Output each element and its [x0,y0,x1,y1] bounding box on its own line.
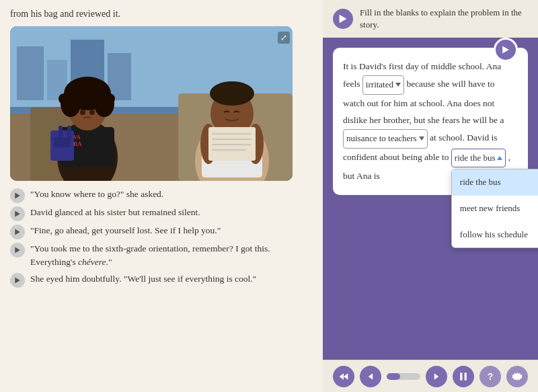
audio-btn-1[interactable] [10,188,25,203]
svg-rect-5 [108,53,131,100]
svg-rect-25 [59,126,63,139]
svg-point-19 [80,110,85,115]
dropdown-irritated-arrow [395,83,401,87]
svg-rect-51 [460,373,462,380]
dropdown-irritated[interactable]: irritated [362,75,404,95]
audio-btn-5[interactable] [10,273,25,288]
svg-marker-45 [340,15,347,24]
dropdown-ride-bus[interactable]: ride the bus [451,149,506,168]
dropdown-option-ride-bus[interactable]: ride the bus [452,169,538,196]
svg-marker-41 [15,211,20,217]
audio-btn-3[interactable] [10,225,25,239]
story-illustration: VIVA CUBA [10,26,293,181]
dropdown-option-follow-schedule[interactable]: follow his schedule [452,222,538,248]
fill-blank-card: It is David's first day of middle school… [333,48,528,195]
dropdown-option-meet-friends[interactable]: meet new friends [452,196,538,222]
dialogue-section: "You know where to go?" she asked. David… [10,188,313,385]
next-button[interactable] [426,366,447,387]
svg-text:⤢: ⤢ [280,33,287,42]
play-pause-button[interactable] [453,366,474,387]
instruction-icon [333,9,353,29]
svg-marker-47 [340,373,344,380]
dialogue-line-2: David glanced at his sister but remained… [10,206,313,221]
dialogue-text-5: She eyed him doubtfully. "We'll just see… [30,272,256,286]
svg-point-30 [210,81,254,106]
prev-button[interactable] [360,366,381,387]
svg-rect-52 [465,373,467,380]
settings-button[interactable] [506,366,528,387]
dropdown-ride-bus-value: ride the bus [455,150,496,167]
dialogue-line-1: "You know where to go?" she asked. [10,188,313,203]
svg-marker-40 [15,193,20,199]
dropdown-ride-wrapper: ride the bus ride the bus meet new frien… [451,149,506,168]
right-top-bar: Fill in the blanks to explain the proble… [323,0,538,38]
fill-blank-text: It is David's first day of middle school… [343,58,518,185]
story-text-top: from his bag and reviewed it. [10,7,313,21]
dropdown-nuisance-value: nuisance to teachers [346,130,417,147]
dropdown-nuisance[interactable]: nuisance to teachers [343,129,428,149]
svg-marker-50 [434,373,438,380]
dialogue-line-3: "Fine, go ahead, get yourself lost. See … [10,224,313,239]
dropdown-ride-bus-popup: ride the bus meet new friends follow his… [451,169,538,248]
dialogue-text-3: "Fine, go ahead, get yourself lost. See … [30,224,221,237]
dialogue-line-5: She eyed him doubtfully. "We'll just see… [10,272,313,288]
progress-bar [387,373,420,380]
dropdown-irritated-value: irritated [366,77,393,93]
svg-marker-48 [344,373,348,380]
help-icon: ? [488,371,494,382]
svg-point-18 [104,93,115,104]
dropdown-nuisance-arrow [419,136,424,141]
progress-bar-fill [387,373,400,380]
bottom-toolbar: ? [323,360,538,392]
dialogue-text-4: "You took me to the sixth-grade orientat… [30,242,313,270]
right-panel: Fill in the blanks to explain the proble… [323,0,538,392]
svg-marker-49 [369,373,373,380]
svg-point-17 [59,93,69,104]
svg-rect-26 [67,126,71,139]
skip-back-button[interactable] [333,366,354,387]
svg-marker-42 [15,229,20,235]
right-content: It is David's first day of middle school… [323,38,538,360]
dialogue-text-2: David glanced at his sister but remained… [30,206,200,219]
svg-marker-46 [502,46,509,54]
instruction-text: Fill in the blanks to explain the proble… [360,7,528,31]
dialogue-text-1: "You know where to go?" she asked. [30,188,163,201]
svg-marker-43 [15,247,20,253]
svg-rect-33 [208,127,256,161]
svg-point-20 [89,110,95,115]
dropdown-ride-bus-arrow [497,156,502,160]
audio-btn-4[interactable] [10,243,25,258]
left-panel: from his bag and reviewed it. [0,0,323,392]
dialogue-line-4: "You took me to the sixth-grade orientat… [10,242,313,270]
svg-rect-2 [17,46,44,100]
svg-marker-44 [15,277,20,283]
audio-btn-2[interactable] [10,206,25,221]
help-button[interactable]: ? [479,366,501,387]
